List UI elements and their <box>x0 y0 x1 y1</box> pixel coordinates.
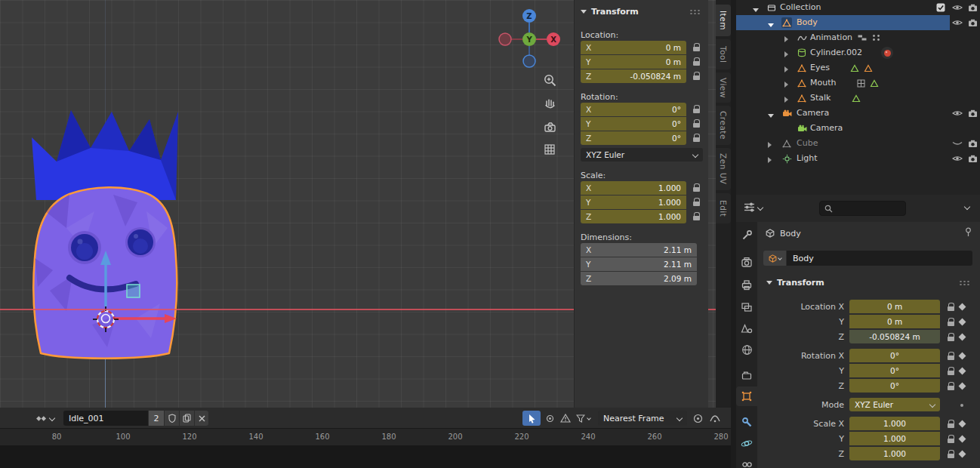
scale-x-field[interactable]: 1.000 <box>849 417 940 430</box>
camera-view-icon[interactable] <box>541 118 559 136</box>
dimension-x-field[interactable]: X2.11 m <box>581 243 697 257</box>
expand-arrow-icon[interactable] <box>784 35 788 45</box>
breadcrumb[interactable]: Body <box>780 229 801 239</box>
lock-icon[interactable] <box>689 103 703 116</box>
panel-grip-icon[interactable] <box>689 9 701 15</box>
rotation-mode-dropdown[interactable]: XYZ Euler <box>849 398 940 411</box>
lock-icon[interactable] <box>689 41 703 54</box>
axis-x-neg-ball[interactable] <box>499 33 511 45</box>
outliner-row-mouth[interactable]: Mouth <box>736 75 980 91</box>
rotation-mode-dropdown[interactable]: XYZ Euler <box>581 148 703 162</box>
outliner-row-cube[interactable]: Cube <box>736 136 980 151</box>
outliner-row-eyes[interactable]: Eyes <box>736 60 980 75</box>
only-selected-toggle[interactable] <box>522 411 541 426</box>
keyframe-diamond-icon[interactable] <box>959 383 966 390</box>
dimension-y-field[interactable]: Y2.11 m <box>581 257 697 271</box>
material-icon[interactable] <box>881 47 893 59</box>
expand-arrow-icon[interactable] <box>768 140 772 150</box>
row-label[interactable]: Camera <box>797 108 829 118</box>
expand-arrow-icon[interactable] <box>768 155 772 165</box>
tab-view[interactable]: View <box>716 72 731 103</box>
tab-tool-props[interactable] <box>736 225 757 245</box>
rotation-z-field[interactable]: 0° <box>849 379 940 393</box>
editor-type-button[interactable] <box>36 414 54 423</box>
lock-icon[interactable] <box>945 417 957 431</box>
lock-icon[interactable] <box>689 69 703 83</box>
tab-zen-uv[interactable]: Zen UV <box>716 148 731 190</box>
lock-icon[interactable] <box>945 331 957 344</box>
row-label[interactable]: Light <box>797 153 817 163</box>
outliner-row-animation[interactable]: Animation <box>736 30 980 45</box>
character-model[interactable] <box>23 98 189 362</box>
eye-icon[interactable] <box>952 108 963 119</box>
keyframe-diamond-icon[interactable] <box>959 319 966 326</box>
lock-icon[interactable] <box>689 196 703 209</box>
show-hidden-toggle[interactable] <box>542 411 557 426</box>
rotation-x-field[interactable]: X0° <box>581 103 686 116</box>
rotation-y-field[interactable]: Y0° <box>581 117 686 131</box>
unlink-action-button[interactable] <box>195 411 208 426</box>
tab-tool[interactable]: Tool <box>716 39 731 69</box>
filter-chevron-icon[interactable] <box>964 204 970 210</box>
editor-type-button[interactable] <box>744 202 763 212</box>
eye-closed-icon[interactable] <box>952 138 963 149</box>
row-label[interactable]: Animation <box>810 32 852 42</box>
scale-z-field[interactable]: 1.000 <box>849 447 940 460</box>
eye-icon[interactable] <box>952 17 963 28</box>
transform-panel-header[interactable]: Transform <box>581 7 639 17</box>
new-action-button[interactable] <box>180 411 194 426</box>
camera-toggle-icon[interactable] <box>967 138 978 149</box>
pan-hand-icon[interactable] <box>541 94 559 112</box>
keyframe-diamond-icon[interactable] <box>959 353 966 360</box>
outliner-row-camera-data[interactable]: Camera <box>736 121 980 136</box>
keyframe-diamond-icon[interactable] <box>959 451 966 458</box>
camera-toggle-icon[interactable] <box>967 108 978 119</box>
outliner-row-body[interactable]: Body <box>736 15 980 30</box>
camera-toggle-icon[interactable] <box>967 2 978 13</box>
grid-ortho-icon[interactable] <box>541 140 559 159</box>
row-label[interactable]: Mouth <box>810 78 836 88</box>
proportional-falloff-button[interactable] <box>707 411 723 426</box>
keyframe-diamond-icon[interactable] <box>959 334 966 341</box>
outliner-row-light[interactable]: Light <box>736 151 980 166</box>
lock-icon[interactable] <box>689 55 703 69</box>
dimension-z-field[interactable]: Z2.09 m <box>581 272 697 285</box>
zoom-icon[interactable] <box>541 71 559 89</box>
keyframe-diamond-icon[interactable] <box>959 303 966 311</box>
expand-arrow-icon[interactable] <box>784 65 788 75</box>
row-label[interactable]: Cylinder.002 <box>810 48 862 57</box>
rotation-y-field[interactable]: 0° <box>849 364 940 377</box>
location-z-field[interactable]: Z-0.050824 m <box>581 69 686 83</box>
keyframe-diamond-icon[interactable] <box>959 368 966 375</box>
fake-user-shield-button[interactable] <box>165 411 179 426</box>
outliner-row-stalk[interactable]: Stalk <box>736 91 980 106</box>
lock-icon[interactable] <box>945 316 957 329</box>
location-x-field[interactable]: X0 m <box>581 41 686 54</box>
location-y-field[interactable]: Y0 m <box>581 55 686 69</box>
scale-y-field[interactable]: Y1.000 <box>581 196 686 209</box>
expand-arrow-icon[interactable] <box>784 95 788 105</box>
tab-edit[interactable]: Edit <box>716 193 731 223</box>
properties-search-box[interactable] <box>819 201 906 216</box>
outliner-row-collection[interactable]: Collection <box>736 0 980 15</box>
expand-arrow-icon[interactable] <box>784 50 788 60</box>
outliner-row-cylinder[interactable]: Cylinder.002 <box>736 45 980 60</box>
scale-z-field[interactable]: Z1.000 <box>581 210 686 223</box>
expand-arrow-icon[interactable] <box>768 20 774 29</box>
expand-arrow-icon[interactable] <box>768 110 774 120</box>
nav-axis-gizmo[interactable]: Z Y X <box>495 6 564 69</box>
checkbox-icon[interactable] <box>935 2 946 13</box>
lock-icon[interactable] <box>689 181 703 195</box>
axis-z-neg-ball[interactable] <box>523 55 535 67</box>
camera-toggle-icon[interactable] <box>967 17 978 28</box>
search-input[interactable] <box>837 204 897 213</box>
tab-item[interactable]: Item <box>716 5 731 36</box>
scale-y-field[interactable]: 1.000 <box>849 432 940 445</box>
lock-icon[interactable] <box>945 433 957 446</box>
frame-ruler[interactable]: 80 100 120 140 160 180 200 220 240 260 2… <box>0 429 731 445</box>
expand-arrow-icon[interactable] <box>753 5 759 14</box>
tab-output-props[interactable] <box>736 275 757 294</box>
show-errors-toggle[interactable] <box>558 411 573 426</box>
eye-icon[interactable] <box>952 2 963 13</box>
eye-icon[interactable] <box>952 153 963 164</box>
